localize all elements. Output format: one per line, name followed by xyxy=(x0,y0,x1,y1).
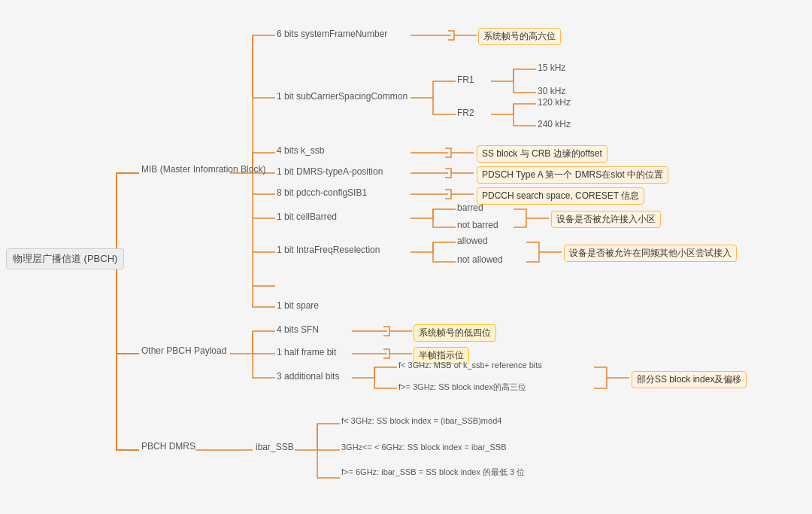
other-label: Other PBCH Payload xyxy=(141,345,226,356)
dmrs-typea-label: 1 bit DMRS-typeA-position xyxy=(277,166,383,177)
add-bits-desc: 部分SS block index及偏移 xyxy=(632,371,747,388)
sfn-bits-other: 4 bits SFN xyxy=(277,324,319,335)
sfn-low-desc: 系统帧号的低四位 xyxy=(414,324,496,342)
intrafreq-label: 1 bit IntraFreqReselection xyxy=(277,245,380,255)
fr2-label: FR2 xyxy=(457,108,474,118)
kssb-desc: SS block 与 CRB 边缘的offset xyxy=(477,145,607,163)
spare-label: 1 bit spare xyxy=(277,300,319,311)
kssb-label: 4 bits k_ssb xyxy=(277,145,324,156)
dmrs-pos-desc: PDSCH Type A 第一个 DMRS在slot 中的位置 xyxy=(477,166,668,184)
dmrs-label: PBCH DMRS xyxy=(141,441,195,452)
sfn-bits-label: 6 bits systemFrameNumber xyxy=(277,29,387,39)
not-allowed-label: not allowed xyxy=(457,254,503,265)
240khz-label: 240 kHz xyxy=(538,119,571,129)
cellbarred-label: 1 bit cellBarred xyxy=(277,211,337,222)
pdcch-desc: PDCCH search space, CORESET 信息 xyxy=(477,187,644,205)
fr1-label: FR1 xyxy=(457,75,474,85)
ibar-f3: f>= 6GHz: ibar_SSB = SS block index 的最低 … xyxy=(341,467,525,478)
120khz-label: 120 kHz xyxy=(538,97,571,108)
mib-label: MIB (Master Infomration Block) xyxy=(141,164,265,175)
ibar-f1: f< 3GHz: SS block index = (ibar_SSB)mod4 xyxy=(341,416,501,425)
root-label: 物理层广播信道 (PBCH) xyxy=(6,248,124,269)
barred-label: barred xyxy=(457,202,483,213)
add-f2-label: f>= 3GHz: SS block index的高三位 xyxy=(398,382,526,393)
additional-bits-label: 3 additional bits xyxy=(277,371,339,382)
ibar-f2: 3GHz<= < 6GHz: SS block index = ibar_SSB xyxy=(341,443,507,452)
30khz-label: 30 kHz xyxy=(538,86,565,96)
cell-barred-desc: 设备是否被允许接入小区 xyxy=(551,211,661,228)
15khz-label: 15 kHz xyxy=(538,62,565,73)
intrafreq-desc: 设备是否被允许在同频其他小区尝试接入 xyxy=(564,245,737,262)
diagram-container: 物理层广播信道 (PBCH) MIB (Master Infomration B… xyxy=(0,0,812,514)
pdcch-label: 8 bit pdcch-configSIB1 xyxy=(277,187,367,198)
allowed-label: allowed xyxy=(457,236,488,246)
subcarrier-label: 1 bit subCarrierSpacingCommon xyxy=(277,91,408,102)
sfn-high-desc: 系统帧号的高六位 xyxy=(478,28,561,45)
ibar-label: ibar_SSB xyxy=(256,442,294,452)
half-frame-label: 1 half frame bit xyxy=(277,347,336,357)
not-barred-label: not barred xyxy=(457,220,498,230)
add-f1-label: f< 3GHz: MSB of k_ssb+ reference bits xyxy=(398,360,542,370)
